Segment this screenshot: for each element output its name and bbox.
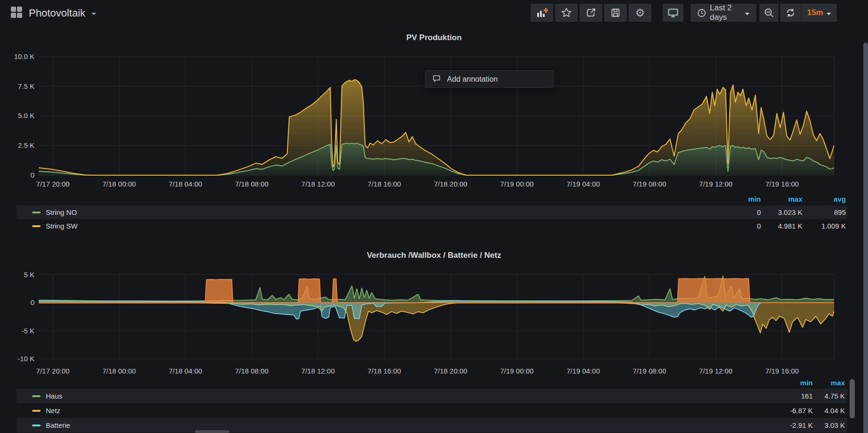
legend-sort-header-avg[interactable]: avg [789, 193, 846, 204]
x-axis-tick-label: 7/18 20:00 [418, 180, 484, 188]
legend-stat-value: 4.04 K [788, 403, 845, 418]
legend-header-row: minmax [17, 377, 847, 388]
x-axis-tick-label: 7/18 00:00 [86, 180, 152, 188]
x-axis-tick-label: 7/19 12:00 [683, 367, 749, 375]
legend-row: Netz-6.87 K4.04 K [17, 403, 847, 418]
time-range-label: Last 2 days [710, 3, 741, 22]
legend-series-label[interactable]: String SW [46, 219, 78, 233]
legend-stat-value: 895 [789, 205, 846, 219]
legend-series-color-icon[interactable] [32, 410, 41, 412]
legend-header-row: minmaxavg [17, 193, 847, 204]
refresh-interval-caret-icon [826, 13, 831, 15]
y-axis-tick-label: 0 [0, 171, 34, 179]
gear-icon: ⚙ [635, 8, 645, 18]
comment-icon [432, 74, 441, 85]
x-axis-tick-label: 7/18 20:00 [418, 367, 484, 375]
refresh-interval-label: 15m [807, 8, 823, 17]
legend-row: String NO03.023 K895 [17, 205, 847, 219]
star-dashboard-button[interactable] [555, 4, 578, 22]
zoom-out-button[interactable] [759, 4, 778, 22]
tv-mode-button[interactable] [663, 4, 683, 22]
y-axis-tick-label: -10 K [0, 355, 34, 363]
x-axis-tick-label: 7/18 00:00 [86, 367, 152, 375]
x-axis-tick-label: 7/18 16:00 [351, 367, 417, 375]
legend-series-color-icon[interactable] [32, 225, 41, 227]
legend-row: Haus1614.75 K [17, 389, 847, 403]
legend-stat-value: 3.03 K [788, 418, 845, 433]
x-axis-tick-label: 7/18 04:00 [152, 180, 219, 188]
refresh-icon [785, 8, 796, 18]
dashboard-grid-icon[interactable] [10, 6, 23, 20]
legend-row: String SW04.981 K1.009 K [17, 219, 847, 233]
refresh-button[interactable] [780, 4, 801, 22]
refresh-interval-button[interactable]: 15m [801, 8, 837, 17]
panel-title-pv-produktion[interactable]: PV Produktion [0, 33, 868, 42]
legend-stat-value: 4.75 K [788, 389, 845, 403]
x-axis-tick-label: 7/19 08:00 [616, 367, 683, 375]
legend-stat-value: 1.009 K [789, 219, 846, 233]
x-axis-tick-label: 7/17 20:00 [20, 367, 86, 375]
y-axis-tick-label: 10.0 K [0, 52, 34, 60]
y-axis-tick-label: 5.0 K [0, 111, 34, 119]
horizontal-scrollbar-thumb[interactable] [195, 430, 229, 433]
zoom-out-icon [763, 7, 775, 18]
share-dashboard-button[interactable] [580, 4, 602, 22]
monitor-icon [667, 7, 679, 18]
x-axis-tick-label: 7/18 08:00 [219, 180, 285, 188]
x-axis-tick-label: 7/19 16:00 [749, 180, 815, 188]
x-axis-tick-label: 7/17 20:00 [20, 180, 86, 188]
save-dashboard-button[interactable] [604, 4, 627, 22]
y-axis-tick-label: 0 [0, 298, 34, 306]
legend-series-color-icon[interactable] [32, 212, 41, 213]
navbar: Photovoltaik [0, 0, 868, 26]
x-axis-tick-label: 7/18 12:00 [285, 367, 351, 375]
x-axis-tick-label: 7/18 12:00 [285, 180, 351, 188]
x-axis-tick-label: 7/18 04:00 [152, 367, 219, 375]
legend-series-color-icon[interactable] [32, 395, 41, 397]
x-axis-tick-label: 7/19 16:00 [749, 367, 815, 375]
legend-series-label[interactable]: Batterie [46, 418, 70, 433]
panel-title-verbrauch[interactable]: Verbrauch /Wallbox / Batterie / Netz [0, 251, 868, 260]
add-annotation-label: Add annotation [447, 75, 498, 84]
x-axis-tick-label: 7/19 04:00 [550, 180, 616, 188]
y-axis-tick-label: 2.5 K [0, 141, 34, 149]
panel-actions-group: ⚙ [531, 4, 651, 22]
y-axis-tick-label: 5 K [0, 271, 34, 279]
x-axis-tick-label: 7/19 04:00 [550, 367, 616, 375]
clock-icon [697, 8, 706, 17]
dashboard-settings-button[interactable]: ⚙ [629, 4, 651, 22]
page-scrollbar-thumb[interactable] [863, 42, 868, 433]
x-axis-tick-label: 7/19 00:00 [484, 367, 550, 375]
x-axis-tick-label: 7/19 08:00 [616, 180, 683, 188]
y-axis-tick-label: -5 K [0, 327, 34, 335]
series-area-wallbox [39, 279, 834, 303]
refresh-picker: 15m [780, 4, 837, 22]
dashboard-title-caret-icon[interactable] [92, 13, 96, 15]
legend-row: Batterie-2.91 K3.03 K [17, 418, 847, 433]
add-panel-icon [536, 8, 548, 18]
legend-series-label[interactable]: Netz [46, 403, 60, 418]
add-panel-button[interactable] [531, 4, 553, 22]
y-axis-tick-label: 7.5 K [0, 82, 34, 90]
grafana-dashboard: Photovoltaik [0, 0, 868, 433]
x-axis-tick-label: 7/19 12:00 [683, 180, 749, 188]
x-axis-tick-label: 7/18 16:00 [351, 180, 417, 188]
add-annotation-menu-item[interactable]: Add annotation [425, 70, 554, 88]
share-icon [585, 7, 597, 18]
time-range-picker[interactable]: Last 2 days [691, 4, 756, 22]
legend-series-color-icon[interactable] [32, 425, 41, 426]
x-axis-tick-label: 7/19 00:00 [484, 180, 550, 188]
save-icon [610, 7, 621, 18]
legend-series-label[interactable]: Haus [46, 389, 62, 403]
x-axis-tick-label: 7/18 08:00 [219, 367, 285, 375]
star-icon [561, 7, 572, 18]
time-range-caret-icon [745, 13, 750, 15]
dashboard-title[interactable]: Photovoltaik [29, 7, 85, 19]
legend-series-label[interactable]: String NO [46, 205, 77, 219]
legend-sort-header-max[interactable]: max [788, 377, 845, 388]
legend-scrollbar-thumb[interactable] [850, 379, 855, 418]
